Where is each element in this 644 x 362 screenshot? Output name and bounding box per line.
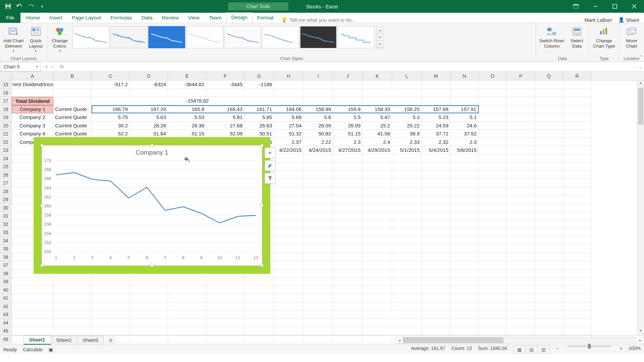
cell-R44[interactable] [563, 319, 591, 327]
row-header-27[interactable]: 27 [0, 179, 12, 187]
row-header-44[interactable]: 44 [0, 319, 12, 327]
cell-P21[interactable] [507, 130, 535, 138]
cell-Q29[interactable] [535, 195, 563, 204]
cell-H35[interactable] [274, 245, 304, 253]
cell-P33[interactable] [507, 228, 535, 237]
zoom-in-icon[interactable]: + [620, 346, 623, 354]
cell-J23[interactable]: 4/27/2015 [333, 146, 363, 155]
cell-E42[interactable] [168, 302, 206, 311]
cell-M28[interactable] [422, 187, 450, 196]
cell-F44[interactable] [206, 319, 245, 327]
cell-J29[interactable] [333, 195, 363, 204]
cell-P17[interactable] [507, 97, 535, 105]
cell-L44[interactable] [392, 319, 422, 327]
cell-Q26[interactable] [535, 171, 563, 179]
user-name[interactable]: Mark LaBarr [584, 17, 612, 23]
cell-B41[interactable] [53, 294, 92, 302]
cell-R35[interactable] [563, 245, 591, 253]
cell-R37[interactable] [563, 261, 591, 269]
cell-G39[interactable] [245, 278, 274, 286]
cell-N26[interactable] [450, 171, 479, 179]
chart-style-7[interactable] [300, 26, 337, 48]
change-colors-button[interactable]: Change Colors ▾ [50, 25, 70, 56]
select-data-button[interactable]: Select Data [567, 25, 587, 56]
cell-P29[interactable] [507, 195, 535, 204]
column-header-K[interactable]: K [363, 72, 392, 80]
cell-F40[interactable] [206, 286, 245, 294]
cell-I41[interactable] [304, 294, 333, 302]
cell-E43[interactable] [168, 310, 206, 319]
row-header-32[interactable]: 32 [0, 220, 12, 229]
cell-Q21[interactable] [535, 130, 563, 138]
cell-D44[interactable] [130, 319, 168, 327]
cell-N39[interactable] [450, 278, 479, 286]
row-header-36[interactable]: 36 [0, 253, 12, 261]
cell-I31[interactable] [304, 212, 333, 220]
row-header-25[interactable]: 25 [0, 163, 12, 171]
cell-M24[interactable] [422, 155, 450, 163]
formula-input[interactable] [66, 62, 637, 71]
cell-L17[interactable] [392, 97, 422, 105]
cell-N18[interactable]: 157.91 [450, 105, 479, 114]
cell-N23[interactable]: 5/6/2015 [450, 146, 479, 155]
quick-layout-button[interactable]: Quick Layout ▾ [26, 25, 45, 56]
macro-record-icon[interactable]: ▣ [49, 347, 53, 352]
cell-K37[interactable] [363, 261, 392, 269]
cell-L24[interactable] [392, 155, 422, 163]
cell-G46[interactable] [245, 335, 274, 344]
cell-O23[interactable] [479, 146, 507, 155]
cell-B40[interactable] [53, 286, 92, 294]
row-header-18[interactable]: 18 [0, 105, 12, 114]
cell-A21[interactable]: Company 4 [12, 130, 53, 138]
cell-J30[interactable] [333, 204, 363, 212]
cell-R24[interactable] [563, 155, 591, 163]
cell-J38[interactable] [333, 269, 363, 278]
column-header-M[interactable]: M [422, 72, 450, 80]
cell-H24[interactable] [274, 155, 304, 163]
cell-O36[interactable] [479, 253, 507, 261]
cell-L22[interactable]: 2.33 [392, 138, 422, 146]
cell-K32[interactable] [363, 220, 392, 229]
cell-H31[interactable] [274, 212, 304, 220]
cell-L38[interactable] [392, 269, 422, 278]
cell-G18[interactable]: 161.71 [245, 105, 274, 114]
cell-I20[interactable]: 26.09 [304, 122, 333, 130]
cell-P27[interactable] [507, 179, 535, 187]
cell-Q34[interactable] [535, 237, 563, 245]
cell-C15[interactable]: -917.2 [92, 80, 130, 89]
cell-R22[interactable] [563, 138, 591, 146]
cell-R34[interactable] [563, 237, 591, 245]
cell-E15[interactable]: -3644.62 [168, 80, 206, 89]
cell-P20[interactable] [507, 122, 535, 130]
tell-me-search[interactable]: 💡 Tell me what you want to do... [281, 17, 356, 23]
cell-C17[interactable]: -15476.82 [92, 97, 304, 105]
column-header-Q[interactable]: Q [535, 72, 563, 80]
cell-M29[interactable] [422, 195, 450, 204]
cell-R23[interactable] [563, 146, 591, 155]
cell-I36[interactable] [304, 253, 333, 261]
cell-N15[interactable] [450, 80, 479, 89]
row-header-17[interactable]: 17 [0, 97, 12, 105]
add-chart-element-button[interactable]: + Add Chart Element ▾ [2, 25, 25, 56]
cell-G45[interactable] [245, 327, 274, 335]
cell-A16[interactable] [12, 89, 53, 97]
cell-Q33[interactable] [535, 228, 563, 237]
cell-M31[interactable] [422, 212, 450, 220]
qat-customize-icon[interactable]: ▾ [37, 1, 48, 11]
cell-K34[interactable] [363, 237, 392, 245]
cell-J40[interactable] [333, 286, 363, 294]
cell-K42[interactable] [363, 302, 392, 311]
cell-R20[interactable] [563, 122, 591, 130]
cell-K36[interactable] [363, 253, 392, 261]
cell-Q38[interactable] [535, 269, 563, 278]
cell-Q23[interactable] [535, 146, 563, 155]
cell-H26[interactable] [274, 171, 304, 179]
cell-I45[interactable] [304, 327, 333, 335]
tab-file[interactable]: File [0, 13, 20, 23]
tab-page-layout[interactable]: Page Layout [67, 13, 106, 23]
row-header-16[interactable]: 16 [0, 89, 12, 97]
tab-insert[interactable]: Insert [45, 13, 67, 23]
cell-P15[interactable] [507, 80, 535, 89]
cell-A43[interactable] [12, 310, 53, 319]
cell-D20[interactable]: 28.28 [130, 122, 168, 130]
